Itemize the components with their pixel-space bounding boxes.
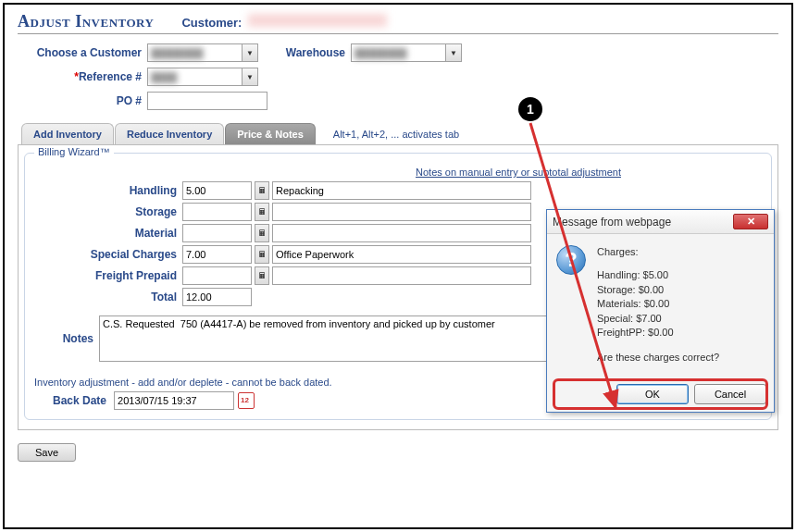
billing-legend: Billing Wizard™ <box>34 146 114 157</box>
tab-hint: Alt+1, Alt+2, ... activates tab <box>333 129 459 144</box>
dialog-message: Charges: Handling: $5.00 Storage: $0.00 … <box>597 245 719 375</box>
special-label: Special Charges <box>34 248 182 261</box>
chevron-down-icon: ▼ <box>242 68 257 85</box>
freight-note-input[interactable] <box>272 266 531 285</box>
reference-label: *Reference # <box>18 70 147 83</box>
handling-note-input[interactable] <box>272 181 531 200</box>
total-label: Total <box>34 291 182 303</box>
app-frame: Adjust Inventory Customer: Choose a Cust… <box>3 3 793 529</box>
po-label: PO # <box>18 94 147 107</box>
confirm-dialog: Message from webpage ✕ ? Charges: Handli… <box>546 209 775 413</box>
chevron-down-icon: ▼ <box>242 44 257 61</box>
customer-header: Customer: <box>181 14 387 30</box>
calculator-icon[interactable]: 🖩 <box>255 245 269 264</box>
page-title: Adjust Inventory <box>18 12 154 31</box>
material-label: Material <box>34 227 182 240</box>
storage-note-input[interactable] <box>272 203 531 221</box>
calculator-icon[interactable]: 🖩 <box>255 181 269 200</box>
freight-label: Freight Prepaid <box>34 269 182 282</box>
handling-input[interactable] <box>182 181 252 200</box>
notes-textarea[interactable] <box>99 315 553 362</box>
reference-select[interactable]: ████ ▼ <box>147 68 258 86</box>
dialog-button-row: OK Cancel <box>547 380 774 412</box>
calculator-icon[interactable]: 🖩 <box>255 203 269 221</box>
notes-column-header: Notes on manual entry or subtotal adjust… <box>275 167 762 178</box>
tab-add-inventory[interactable]: Add Inventory <box>21 123 114 144</box>
backdate-label: Back Date <box>34 394 114 407</box>
save-button[interactable]: Save <box>18 443 76 462</box>
question-icon: ? <box>556 245 586 275</box>
freight-input[interactable] <box>182 266 252 285</box>
storage-input[interactable] <box>182 203 252 221</box>
backdate-input[interactable] <box>114 391 234 410</box>
calculator-icon[interactable]: 🖩 <box>255 224 269 242</box>
warehouse-label: Warehouse <box>258 46 351 59</box>
callout-marker-1: 1 <box>518 97 542 121</box>
tab-price-notes[interactable]: Price & Notes <box>225 123 316 144</box>
storage-label: Storage <box>34 205 182 218</box>
choose-customer-label: Choose a Customer <box>18 46 147 59</box>
tab-reduce-inventory[interactable]: Reduce Inventory <box>115 123 224 144</box>
dialog-close-button[interactable]: ✕ <box>733 214 768 229</box>
dialog-titlebar: Message from webpage ✕ <box>547 210 774 234</box>
warehouse-select[interactable]: ████████ ▼ <box>351 43 462 62</box>
chevron-down-icon: ▼ <box>445 44 461 61</box>
material-input[interactable] <box>182 224 252 242</box>
customer-name-redacted <box>248 14 387 27</box>
tab-bar: Add Inventory Reduce Inventory Price & N… <box>18 123 778 144</box>
notes-label: Notes <box>34 315 99 345</box>
total-input[interactable] <box>182 288 252 306</box>
dialog-title-text: Message from webpage <box>553 216 671 229</box>
ok-button[interactable]: OK <box>616 384 689 404</box>
material-note-input[interactable] <box>272 224 531 242</box>
calculator-icon[interactable]: 🖩 <box>255 266 269 285</box>
special-note-input[interactable] <box>272 245 531 264</box>
calendar-icon[interactable] <box>238 392 255 409</box>
choose-customer-select[interactable]: ████████ ▼ <box>147 43 258 62</box>
title-row: Adjust Inventory Customer: <box>18 12 778 34</box>
po-input[interactable] <box>147 92 267 110</box>
special-input[interactable] <box>182 245 252 264</box>
cancel-button[interactable]: Cancel <box>694 384 766 404</box>
customer-label: Customer: <box>181 16 242 30</box>
handling-label: Handling <box>34 184 182 197</box>
